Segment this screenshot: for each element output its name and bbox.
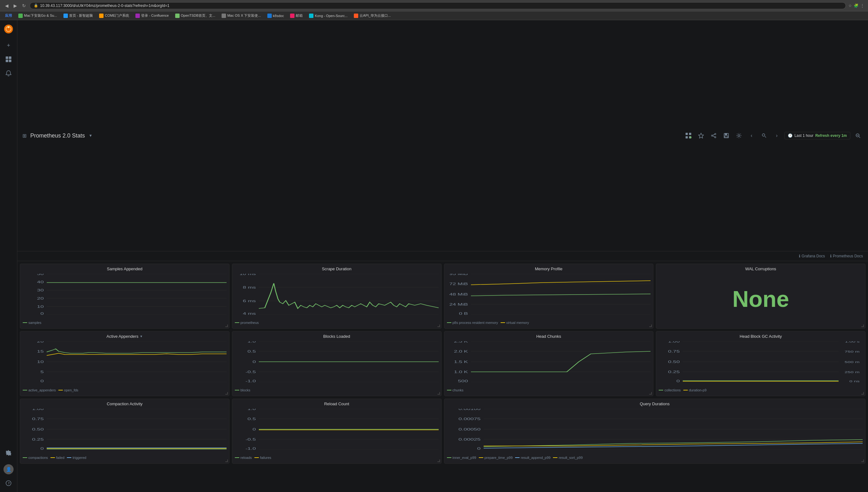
panel-menu-caret[interactable]: ▼: [140, 335, 143, 338]
nav-right-controls: ‹ › 🕐 Last 1 hour Refresh every 1m: [683, 130, 863, 141]
share-button[interactable]: [709, 130, 719, 141]
svg-point-24: [762, 134, 765, 136]
sidebar-settings-icon[interactable]: [2, 447, 15, 459]
svg-text:-0.5: -0.5: [245, 370, 256, 374]
panel-resize-handle[interactable]: [438, 392, 440, 395]
forward-button[interactable]: ▶: [12, 2, 18, 9]
blocks-loaded-panel: Blocks Loaded 1.0 0.5 0 -0.5 -1: [232, 331, 442, 396]
bookmark-5[interactable]: OpenTSDB首页、文...: [173, 13, 218, 19]
svg-text:0.5: 0.5: [248, 350, 256, 353]
svg-rect-9: [689, 133, 691, 135]
save-button[interactable]: [721, 130, 731, 141]
svg-text:1.0: 1.0: [248, 341, 256, 343]
svg-text:8 ms: 8 ms: [243, 286, 256, 289]
svg-rect-21: [725, 133, 727, 135]
panel-resize-handle[interactable]: [225, 460, 228, 462]
time-range-control[interactable]: 🕐 Last 1 hour Refresh every 1m: [784, 132, 850, 140]
panel-resize-handle[interactable]: [861, 324, 864, 327]
svg-text:10 ms: 10 ms: [239, 274, 256, 276]
scrape-duration-chart: 10 ms 8 ms 6 ms 4 ms 16:40 16:50 17:00 1…: [235, 274, 439, 315]
svg-text:20: 20: [37, 341, 44, 343]
compaction-activity-legend: compactions failed triggered: [23, 454, 227, 461]
grafana-logo[interactable]: [2, 23, 15, 35]
head-block-gc-chart: 1.00 0.75 0.50 0.25 0 1.00 s 750 m 500 m…: [659, 341, 863, 382]
reload-count-panel: Reload Count 1.0 0.5 0 -0.5 -1.: [232, 399, 442, 464]
svg-text:1.0: 1.0: [248, 409, 256, 411]
panel-resize-handle[interactable]: [861, 460, 864, 462]
sidebar: + 👤: [0, 20, 17, 492]
prometheus-docs-link[interactable]: ℹ Prometheus Docs: [830, 254, 863, 258]
svg-text:0 ns: 0 ns: [849, 380, 860, 382]
back-button[interactable]: ◀: [4, 2, 10, 9]
menu-icon[interactable]: ⋮: [861, 3, 864, 8]
sidebar-plus-icon[interactable]: +: [2, 39, 15, 52]
bookmark-9[interactable]: Kong - Open-Sourc...: [306, 13, 350, 19]
dashboard-title: Prometheus 2.0 Stats: [30, 132, 85, 139]
svg-rect-10: [685, 136, 688, 139]
svg-text:500 m: 500 m: [845, 361, 860, 364]
svg-text:20: 20: [37, 297, 44, 300]
svg-text:1.0 K: 1.0 K: [454, 370, 468, 374]
reload-count-chart: 1.0 0.5 0 -0.5 -1.0 16:40 16:50 17:00 17…: [235, 409, 439, 450]
svg-text:0: 0: [253, 360, 256, 364]
bookmark-apps[interactable]: 应用: [2, 13, 15, 19]
bookmark-7[interactable]: k8sdoc: [265, 13, 287, 19]
panel-resize-handle[interactable]: [225, 324, 228, 327]
svg-text:0.50: 0.50: [668, 360, 680, 364]
extension-icon[interactable]: 🧩: [854, 3, 859, 8]
svg-point-15: [714, 133, 716, 135]
svg-point-0: [4, 25, 13, 33]
settings-button[interactable]: [734, 130, 744, 141]
star-icon[interactable]: ☆: [848, 3, 852, 8]
wal-corruptions-title: WAL Corruptions: [659, 267, 863, 271]
svg-text:250 m: 250 m: [845, 371, 860, 374]
sidebar-dashboard-icon[interactable]: [2, 53, 15, 66]
svg-text:0.00075: 0.00075: [458, 417, 480, 421]
svg-rect-3: [6, 56, 8, 59]
search-time-button[interactable]: [759, 130, 769, 141]
grafana-docs-link[interactable]: ℹ Grafana Docs: [799, 254, 825, 258]
panel-resize-handle[interactable]: [438, 324, 440, 327]
bookmark-favicon: [135, 14, 140, 18]
panel-resize-handle[interactable]: [861, 392, 864, 395]
bookmark-4[interactable]: 登录 - Confluence: [133, 13, 171, 19]
panel-resize-handle[interactable]: [649, 324, 652, 327]
samples-appended-chart: 50 40 30 20 10 0 16:40 16:50 17:00: [23, 274, 227, 315]
bookmark-1[interactable]: Mac下安装Go & Su...: [16, 13, 60, 19]
title-dropdown-caret[interactable]: ▼: [89, 133, 93, 138]
scrape-duration-legend: prometheus: [235, 319, 439, 326]
add-panel-button[interactable]: [683, 130, 694, 141]
blocks-loaded-title: Blocks Loaded: [235, 334, 439, 339]
apps-icon: ⊞: [22, 133, 26, 139]
bookmark-8[interactable]: 邮箱: [287, 13, 305, 19]
svg-rect-5: [6, 59, 8, 62]
bookmark-favicon: [64, 14, 68, 18]
svg-point-17: [714, 137, 716, 138]
address-bar[interactable]: 🔒 10.39.43.117:3000/d/uUIkY04mz/promethe…: [30, 2, 846, 9]
bookmark-10[interactable]: 云API_华为云接口...: [351, 13, 393, 19]
refresh-browser-button[interactable]: ↻: [21, 2, 27, 9]
prev-time-button[interactable]: ‹: [747, 130, 756, 141]
sidebar-avatar[interactable]: 👤: [2, 463, 15, 475]
sidebar-help-icon[interactable]: [2, 477, 15, 490]
panel-resize-handle[interactable]: [438, 460, 440, 462]
svg-text:2.5 K: 2.5 K: [454, 341, 468, 343]
memory-profile-title: Memory Profile: [447, 267, 651, 271]
bookmark-3[interactable]: COME门户系统: [97, 13, 132, 19]
bookmark-6[interactable]: Mac OS X 下安装使...: [219, 13, 263, 19]
panel-resize-handle[interactable]: [649, 392, 652, 395]
sidebar-bell-icon[interactable]: [2, 67, 15, 79]
star-dashboard-button[interactable]: [696, 130, 706, 141]
samples-appended-legend: samples: [23, 319, 227, 326]
refresh-interval-label: Refresh every 1m: [815, 133, 847, 138]
zoom-out-button[interactable]: [853, 130, 863, 141]
bookmark-favicon: [309, 14, 313, 18]
panel-resize-handle[interactable]: [225, 392, 228, 395]
bookmark-2[interactable]: 首页 - 新智超脑: [61, 13, 96, 19]
bookmark-favicon: [267, 14, 272, 18]
reload-count-title: Reload Count: [235, 401, 439, 406]
svg-text:-1.0: -1.0: [245, 447, 256, 450]
svg-text:-1.0: -1.0: [245, 379, 256, 382]
next-time-button[interactable]: ›: [772, 130, 782, 141]
svg-text:0: 0: [40, 312, 44, 315]
